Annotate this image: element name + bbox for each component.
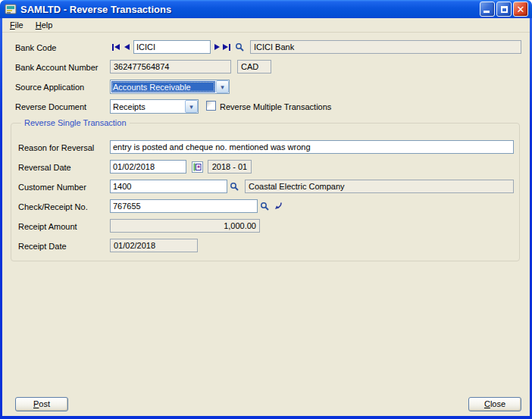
bank-account-label: Bank Account Number xyxy=(15,63,98,72)
drilldown-icon xyxy=(274,202,283,211)
customer-name-field: Coastal Electric Company xyxy=(245,180,514,193)
customer-number-label: Customer Number xyxy=(18,183,86,192)
receipt-date-label: Receipt Date xyxy=(18,242,67,251)
reverse-document-label: Reverse Document xyxy=(15,102,86,111)
window: SAMLTD - Reverse Transactions ✕ File Hel… xyxy=(0,0,532,419)
bank-account-field: 362477564874 xyxy=(110,60,231,73)
first-record-icon xyxy=(112,44,114,51)
bank-name-field: ICICI Bank xyxy=(250,40,521,54)
check-receipt-finder-button[interactable] xyxy=(259,200,271,212)
chevron-down-icon[interactable]: ▾ xyxy=(185,100,198,113)
minimize-button[interactable] xyxy=(480,2,495,17)
chevron-down-icon[interactable]: ▾ xyxy=(216,80,229,93)
maximize-icon xyxy=(501,6,508,13)
maximize-button[interactable] xyxy=(496,2,512,17)
source-application-value: Accounts Receivable xyxy=(111,81,215,92)
minimize-icon xyxy=(483,11,490,13)
receipt-date-field: 01/02/2018 xyxy=(110,239,198,252)
titlebar: SAMLTD - Reverse Transactions ✕ xyxy=(0,0,532,18)
drilldown-button[interactable] xyxy=(272,200,283,212)
titlebar-close-button[interactable]: ✕ xyxy=(513,2,528,17)
source-application-label: Source Application xyxy=(15,83,84,92)
reversal-date-label: Reversal Date xyxy=(18,163,71,172)
search-icon xyxy=(230,182,239,192)
close-icon: ✕ xyxy=(517,5,525,14)
reverse-multiple-label: Reverse Multiple Transactions xyxy=(220,102,331,111)
bank-code-finder-button[interactable] xyxy=(234,41,246,53)
currency-field: CAD xyxy=(237,60,271,73)
group-title: Reverse Single Transaction xyxy=(21,118,130,127)
menubar: File Help xyxy=(2,18,530,33)
reverse-document-select[interactable]: Receipts ▾ xyxy=(110,99,199,114)
calendar-icon xyxy=(193,163,202,171)
search-icon xyxy=(260,202,270,211)
search-icon xyxy=(235,42,245,52)
receipt-amount-field: 1,000.00 xyxy=(110,219,260,233)
reason-label: Reason for Reversal xyxy=(18,143,94,152)
calendar-button[interactable] xyxy=(192,161,203,173)
close-button[interactable]: Close xyxy=(468,397,521,411)
check-receipt-input[interactable] xyxy=(110,199,258,213)
last-record-icon xyxy=(223,44,228,50)
check-receipt-label: Check/Receipt No. xyxy=(18,202,88,211)
reverse-document-value: Receipts xyxy=(111,101,184,112)
app-icon xyxy=(5,3,17,15)
reason-input[interactable] xyxy=(110,140,514,154)
menu-file[interactable]: File xyxy=(4,19,30,31)
post-button[interactable]: Post xyxy=(15,397,68,411)
menu-help[interactable]: Help xyxy=(30,19,59,31)
bank-code-input[interactable] xyxy=(133,40,211,54)
reversal-date-input[interactable] xyxy=(110,160,186,174)
customer-finder-button[interactable] xyxy=(229,180,240,192)
source-application-select[interactable]: Accounts Receivable ▾ xyxy=(110,80,230,94)
window-title: SAMLTD - Reverse Transactions xyxy=(20,4,171,15)
nav-next-button[interactable] xyxy=(214,40,220,54)
fiscal-period-field: 2018 - 01 xyxy=(208,160,252,174)
customer-number-input[interactable] xyxy=(110,180,227,193)
next-record-icon xyxy=(214,44,220,50)
nav-last-button[interactable] xyxy=(223,40,230,54)
nav-first-button[interactable] xyxy=(112,40,120,54)
previous-record-icon xyxy=(124,44,130,50)
bank-code-label: Bank Code xyxy=(15,43,56,52)
nav-prev-button[interactable] xyxy=(124,40,130,54)
receipt-amount-label: Receipt Amount xyxy=(18,222,77,231)
reverse-multiple-checkbox[interactable] xyxy=(206,101,216,111)
